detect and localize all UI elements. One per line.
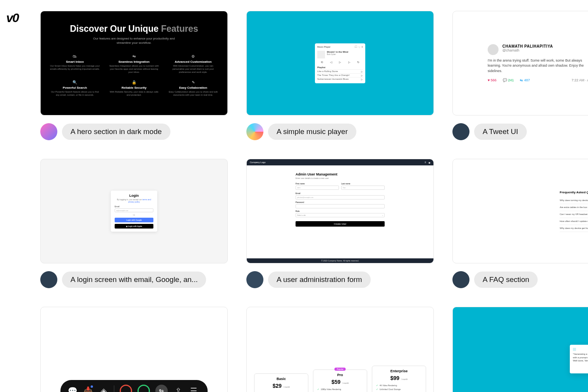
plan-enterprise: Enterprise $99 / month ✓4K Video Renderi… [372,366,426,392]
play-icon: ▷ [339,61,341,64]
thumb-login: Login By logging in, you accept our term… [40,159,228,263]
check-icon: ✓ [317,388,319,390]
thumb-pricing: Basic $29 / month ✓720p Video Rendering … [246,307,434,392]
admin-footer: © 2023 Company Name. All rights reserved… [247,258,433,263]
faq-item: Why does turning my device off and on ag… [560,197,588,204]
email-input: m@example.com [115,208,153,212]
quote-icon [573,348,576,351]
thumb-music: Music Player⛶♡≡ Blowin' in the WindBob D… [246,11,434,115]
email-label: Email [115,205,153,208]
tweet-name: CHAMATH PALIHAPITIYA [502,44,553,48]
caption: A user administration form [268,272,371,288]
chat-icon: 💬 [67,386,77,392]
avatar [452,123,469,140]
v0-logo: v0 [6,11,19,25]
dock: 💬 📥 ◈ 9+ ⇪ ☰ [60,380,208,392]
check-icon: ✓ [376,384,378,387]
next-icon: ▷ [348,61,350,64]
status-green [138,385,150,392]
play-icon: ▷ [361,70,363,73]
create-user-button: Create User [296,221,385,227]
thumb-admin: Company Logo≡◉ Admin User Management Ent… [246,159,434,263]
lastname-input: Doe [341,186,385,190]
play-icon: ▷ [361,74,363,77]
avatar [246,123,263,140]
tweet-handle: @chamath [502,48,553,52]
form-title: Admin User Management [296,172,385,176]
card-dock[interactable]: 💬 📥 ◈ 9+ ⇪ ☰ [40,307,228,392]
testimonial-role: CEO, Example Corp. [573,368,588,370]
layers-icon: ◈ [98,386,108,392]
thumb-testimonial: "Generating a testimonial card component… [452,307,588,392]
music-window: Music Player⛶♡≡ Blowin' in the WindBob D… [315,43,365,83]
reply-stat: 💬 241 [503,78,514,82]
caption: A Tweet UI [474,124,527,140]
avatar [452,271,469,288]
tweet-time: 7:22 AM · Aug 2 [571,78,588,82]
heart-icon: ♡ [358,46,360,48]
card-tweet[interactable]: CHAMATH PALIHAPITIYA@chamath I'm in the … [452,11,588,140]
check-icon: ✓ [376,388,378,390]
prev-icon: ◁ [330,61,332,64]
gear-icon: ⚙ [168,54,218,58]
apple-button: ◉ Login with Apple [115,224,153,229]
thumb-dock: 💬 📥 ◈ 9+ ⇪ ☰ [40,307,228,392]
count-badge: 9+ [155,385,168,392]
email-input: johndoe@example.com [296,195,385,199]
or-divider: Or [115,214,153,216]
testimonial-text: "Generating a testimonial card component… [573,352,588,362]
faq-title: Frequently Asked Questions [560,191,588,194]
separator [114,385,114,392]
firstname-input: John [296,186,339,190]
avatar [40,271,57,288]
play-icon: ▷ [361,78,363,81]
card-faq[interactable]: Frequently Asked Questions Why does turn… [452,159,588,288]
menu-icon: ☰ [189,386,199,392]
card-login[interactable]: Login By logging in, you accept our term… [40,159,228,288]
share-icon: ⇪ [173,386,183,392]
album-art [317,51,325,58]
status-red [120,385,132,392]
bag-icon: 🛍 [50,54,100,58]
plan-basic: Basic $29 / month ✓720p Video Rendering … [254,373,308,392]
tweet-avatar [488,44,499,55]
card-music[interactable]: Music Player⛶♡≡ Blowin' in the WindBob D… [246,11,434,140]
thumb-hero: Discover Our Unique Features Our feature… [40,11,228,115]
password-input [296,204,385,208]
form-sub: Enter user details to create a new user [296,177,385,179]
caption: A hero section in dark mode [62,124,170,140]
user-icon: ◉ [428,161,430,164]
like-stat: ♥ 566 [488,78,497,82]
plan-pro: Popular Pro $59 / month ✓1080p Video Ren… [313,370,367,392]
search-icon: 🔍 [50,80,100,84]
example-grid: Discover Our Unique Features Our feature… [40,11,588,392]
card-pricing[interactable]: Basic $29 / month ✓720p Video Rendering … [246,307,434,392]
hero-title-b: Features [161,24,198,34]
lock-icon: 🔒 [109,80,159,84]
playlist-label: Playlist [317,66,363,69]
hero-title-a: Discover Our Unique [70,24,161,34]
song-artist: Bob Dylan [327,53,348,55]
music-title: Music Player [317,46,330,48]
repeat-icon: ↻ [357,61,359,64]
inbox-icon: 📥 [83,386,93,392]
card-admin[interactable]: Company Logo≡◉ Admin User Management Ent… [246,159,434,288]
faq-item: Can I wear my VR headset to my cousin's … [560,211,588,218]
hero-features: 🛍Smart InboxOur Smart Inbox feature help… [50,54,218,96]
menu-icon: ≡ [361,46,363,48]
avatar [246,271,263,288]
google-button: Login with Google [115,218,153,222]
brand: Company Logo [250,161,266,163]
tweet-text: I'm in the arena trying stuff. Some will… [488,58,588,74]
caption: A simple music player [268,124,356,140]
thumb-faq: Frequently Asked Questions Why does turn… [452,159,588,263]
card-hero[interactable]: Discover Our Unique Features Our feature… [40,11,228,140]
chevron-down-icon: ⌄ [382,214,383,216]
maximize-icon: ⛶ [355,46,357,48]
faq-item: Are extra cables in the box bonus decora… [560,204,588,211]
card-testimonial[interactable]: "Generating a testimonial card component… [452,307,588,392]
retweet-stat: ⇆ 487 [520,78,530,82]
caption: A login screen with email, Google, an... [62,272,206,288]
menu-icon: ≡ [425,161,426,164]
popular-badge: Popular [334,368,346,371]
